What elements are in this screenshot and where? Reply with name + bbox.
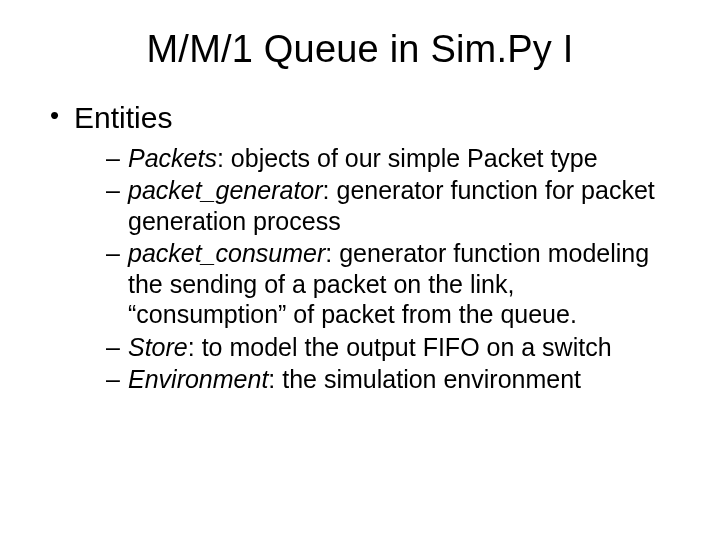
list-item: Packets: objects of our simple Packet ty…: [106, 143, 672, 174]
item-term: Store: [128, 333, 188, 361]
entities-list: Packets: objects of our simple Packet ty…: [48, 143, 672, 395]
slide-title: M/M/1 Queue in Sim.Py I: [48, 28, 672, 71]
list-item: Environment: the simulation environment: [106, 364, 672, 395]
slide: M/M/1 Queue in Sim.Py I Entities Packets…: [0, 0, 720, 540]
item-term: Environment: [128, 365, 268, 393]
item-desc: : to model the output FIFO on a switch: [188, 333, 612, 361]
list-item: Store: to model the output FIFO on a swi…: [106, 332, 672, 363]
list-item: packet_consumer: generator function mode…: [106, 238, 672, 330]
section-heading: Entities: [48, 99, 672, 137]
list-item: packet_generator: generator function for…: [106, 175, 672, 236]
item-term: packet_consumer: [128, 239, 325, 267]
item-desc: : the simulation environment: [268, 365, 581, 393]
item-desc: : objects of our simple Packet type: [217, 144, 598, 172]
item-term: Packets: [128, 144, 217, 172]
item-term: packet_generator: [128, 176, 323, 204]
